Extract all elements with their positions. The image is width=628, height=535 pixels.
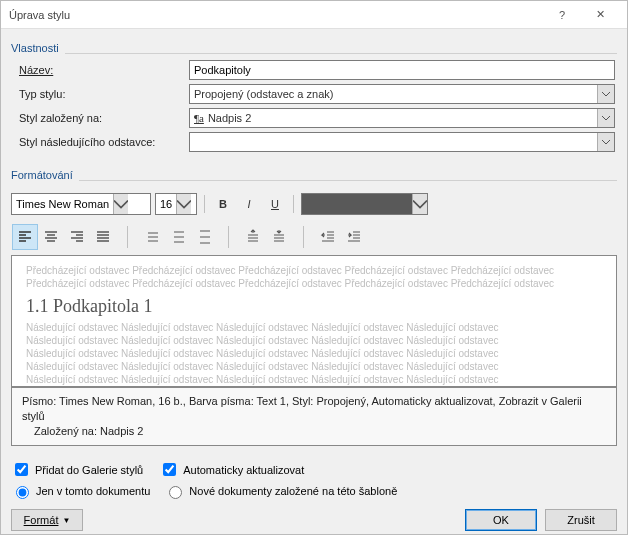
this-document-radio[interactable]: Jen v tomto dokumentu (11, 483, 150, 499)
modify-style-dialog: Úprava stylu ? ✕ Vlastnosti Název: Typ s… (0, 0, 628, 535)
close-icon: ✕ (596, 8, 605, 21)
font-toolbar: Times New Roman 16 B I U (11, 193, 617, 215)
space-before-decrease-button[interactable] (266, 224, 292, 250)
titlebar: Úprava stylu ? ✕ (1, 1, 627, 29)
type-combo[interactable]: Propojený (odstavec a znak) (189, 84, 615, 104)
following-label: Styl následujícího odstavce: (19, 136, 189, 148)
align-left-button[interactable] (12, 224, 38, 250)
group-properties: Vlastnosti (11, 35, 617, 54)
name-label: Název: (19, 64, 189, 76)
line-spacing-15-button[interactable] (165, 224, 191, 250)
preview-box: Předcházející odstavec Předcházející ods… (11, 255, 617, 387)
format-button[interactable]: Formát ▼ (11, 509, 83, 531)
bold-button[interactable]: B (212, 193, 234, 215)
add-gallery-checkbox[interactable]: Přidat do Galerie stylů (11, 460, 143, 479)
paragraph-icon: ¶a (194, 112, 204, 124)
indent-increase-button[interactable] (341, 224, 367, 250)
preview-heading: 1.1 Podkapitola 1 (26, 296, 602, 317)
dialog-title: Úprava stylu (9, 9, 543, 21)
color-combo[interactable] (301, 193, 428, 215)
align-justify-button[interactable] (90, 224, 116, 250)
indent-decrease-button[interactable] (315, 224, 341, 250)
underline-button[interactable]: U (264, 193, 286, 215)
size-combo[interactable]: 16 (155, 193, 197, 215)
cancel-button[interactable]: Zrušit (545, 509, 617, 531)
paragraph-toolbar (11, 219, 617, 255)
line-spacing-2-button[interactable] (191, 224, 217, 250)
style-description: Písmo: Times New Roman, 16 b., Barva pís… (11, 387, 617, 446)
new-documents-radio[interactable]: Nové dokumenty založené na této šabloně (164, 483, 397, 499)
align-center-button[interactable] (38, 224, 64, 250)
based-on-combo[interactable]: ¶a Nadpis 2 (189, 108, 615, 128)
ok-button[interactable]: OK (465, 509, 537, 531)
chevron-down-icon (597, 133, 614, 151)
italic-button[interactable]: I (238, 193, 260, 215)
line-spacing-1-button[interactable] (139, 224, 165, 250)
name-input[interactable] (189, 60, 615, 80)
chevron-down-icon (597, 85, 614, 103)
color-swatch (302, 194, 412, 214)
chevron-down-icon (597, 109, 614, 127)
chevron-down-icon (412, 194, 427, 214)
font-combo[interactable]: Times New Roman (11, 193, 151, 215)
align-right-button[interactable] (64, 224, 90, 250)
help-button[interactable]: ? (543, 1, 581, 29)
group-formatting: Formátování (11, 162, 617, 181)
close-button[interactable]: ✕ (581, 1, 619, 29)
type-label: Typ stylu: (19, 88, 189, 100)
following-combo[interactable] (189, 132, 615, 152)
help-icon: ? (559, 9, 565, 21)
space-before-increase-button[interactable] (240, 224, 266, 250)
chevron-down-icon: ▼ (62, 516, 70, 525)
based-on-label: Styl založený na: (19, 112, 189, 124)
auto-update-checkbox[interactable]: Automaticky aktualizovat (159, 460, 304, 479)
chevron-down-icon (113, 194, 128, 214)
chevron-down-icon (176, 194, 191, 214)
